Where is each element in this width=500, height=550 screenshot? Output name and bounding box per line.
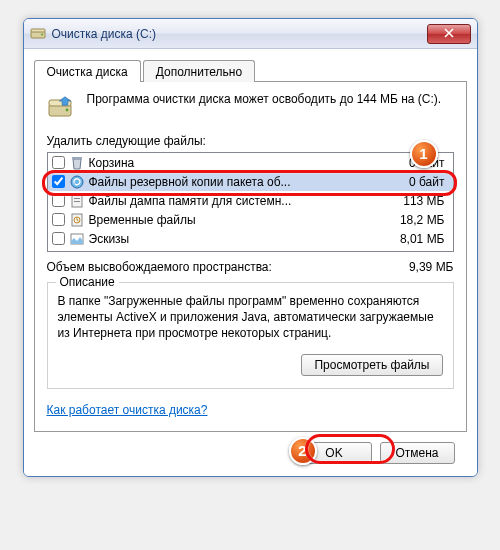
item-size: 0 байт — [379, 175, 449, 189]
svg-point-7 — [71, 176, 83, 188]
item-size: 8,01 МБ — [379, 232, 449, 246]
total-label: Объем высвобождаемого пространства: — [47, 260, 374, 274]
window-title: Очистка диска (C:) — [52, 27, 427, 41]
cancel-button[interactable]: Отмена — [380, 442, 455, 464]
how-cleanup-works-link[interactable]: Как работает очистка диска? — [47, 403, 208, 417]
thumbnails-icon — [69, 231, 85, 247]
item-checkbox[interactable] — [52, 156, 65, 169]
backup-files-icon — [69, 174, 85, 190]
callout-badge-1: 1 — [410, 140, 438, 168]
tab-more-options[interactable]: Дополнительно — [143, 60, 255, 82]
item-size: 18,2 МБ — [379, 213, 449, 227]
file-list[interactable]: Корзина 0 байт Файлы резервной копии пак… — [47, 152, 454, 252]
dialog-window: Очистка диска (C:) Очистка диска Дополни… — [23, 18, 478, 477]
tab-strip: Очистка диска Дополнительно — [34, 60, 467, 82]
callout-badge-2: 2 — [289, 437, 317, 465]
disk-cleanup-large-icon — [47, 92, 79, 124]
svg-point-2 — [41, 33, 43, 35]
disk-cleanup-icon — [30, 26, 46, 42]
svg-point-5 — [65, 109, 68, 112]
dump-files-icon — [69, 193, 85, 209]
close-button[interactable] — [427, 24, 471, 44]
dialog-footer: OK 2 Отмена — [34, 432, 467, 464]
titlebar[interactable]: Очистка диска (C:) — [24, 19, 477, 49]
item-size: 113 МБ — [379, 194, 449, 208]
svg-rect-9 — [74, 198, 80, 199]
item-checkbox[interactable] — [52, 213, 65, 226]
item-name: Файлы резервной копии пакета об... — [89, 175, 379, 189]
item-checkbox[interactable] — [52, 194, 65, 207]
svg-rect-1 — [31, 29, 45, 32]
intro-row: Программа очистки диска может освободить… — [47, 92, 454, 124]
list-item[interactable]: Временные файлы 18,2 МБ — [48, 210, 453, 229]
total-value: 9,39 МБ — [374, 260, 454, 274]
svg-rect-10 — [74, 201, 80, 202]
item-name: Файлы дампа памяти для системн... — [89, 194, 379, 208]
total-row: Объем высвобождаемого пространства: 9,39… — [47, 260, 454, 274]
view-files-button[interactable]: Просмотреть файлы — [301, 354, 442, 376]
item-name: Эскизы — [89, 232, 379, 246]
item-name: Корзина — [89, 156, 379, 170]
description-groupbox: Описание В папке "Загруженные файлы прог… — [47, 282, 454, 389]
item-name: Временные файлы — [89, 213, 379, 227]
delete-files-label: Удалить следующие файлы: — [47, 134, 454, 148]
close-icon — [444, 28, 454, 38]
description-text: В папке "Загруженные файлы программ" вре… — [58, 293, 443, 342]
item-checkbox[interactable] — [52, 175, 65, 188]
client-area: Очистка диска Дополнительно Программа оч… — [24, 49, 477, 476]
list-item[interactable]: Корзина 0 байт — [48, 153, 453, 172]
intro-text: Программа очистки диска может освободить… — [87, 92, 454, 108]
list-item[interactable]: Эскизы 8,01 МБ — [48, 229, 453, 248]
tab-content: Программа очистки диска может освободить… — [34, 81, 467, 432]
tab-cleanup[interactable]: Очистка диска — [34, 60, 141, 82]
list-item[interactable]: Файлы резервной копии пакета об... 0 бай… — [48, 172, 453, 191]
recycle-bin-icon — [69, 155, 85, 171]
description-legend: Описание — [56, 275, 119, 289]
temp-files-icon — [69, 212, 85, 228]
item-checkbox[interactable] — [52, 232, 65, 245]
list-item[interactable]: Файлы дампа памяти для системн... 113 МБ — [48, 191, 453, 210]
svg-rect-6 — [72, 157, 82, 159]
